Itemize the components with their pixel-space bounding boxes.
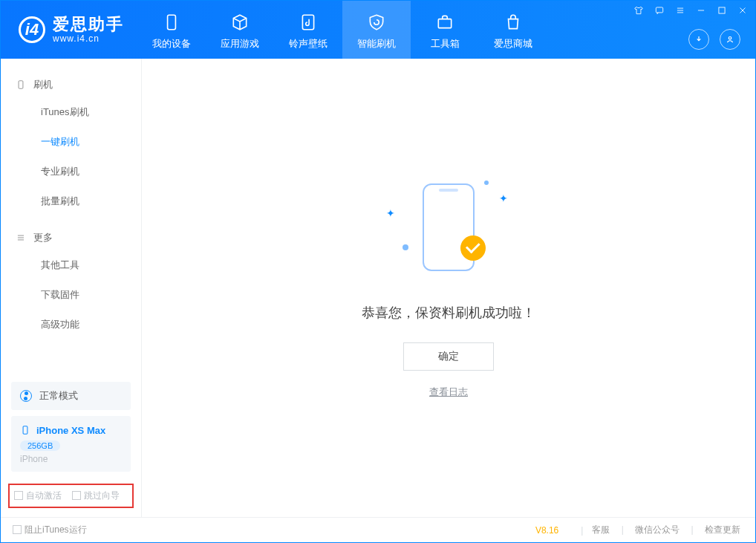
phone-small-icon bbox=[16, 79, 26, 90]
body: 刷机 iTunes刷机 一键刷机 专业刷机 批量刷机 更多 其他工具 下载固件 … bbox=[1, 59, 755, 517]
checkbox-skip-guide[interactable]: 跳过向导 bbox=[72, 490, 120, 502]
version-label: V8.16 bbox=[535, 525, 558, 536]
check-badge-icon bbox=[460, 235, 486, 261]
link-check-update[interactable]: 检查更新 bbox=[705, 524, 740, 535]
svg-rect-2 bbox=[438, 19, 451, 28]
logo: i4 爱思助手 www.i4.cn bbox=[1, 1, 137, 59]
sidebar-item-download-firmware[interactable]: 下载固件 bbox=[1, 280, 141, 310]
svg-rect-0 bbox=[168, 15, 176, 30]
link-customer-service[interactable]: 客服 bbox=[592, 524, 610, 535]
logo-icon: i4 bbox=[19, 16, 45, 43]
sparkle-icon: ✦ bbox=[499, 192, 508, 204]
tab-apps[interactable]: 应用游戏 bbox=[206, 1, 274, 59]
svg-rect-3 bbox=[656, 7, 662, 13]
dot-icon bbox=[484, 181, 489, 185]
list-icon bbox=[16, 233, 26, 243]
success-message: 恭喜您，保资料刷机成功啦！ bbox=[362, 304, 535, 322]
account-button[interactable] bbox=[720, 29, 740, 50]
main-content: ✦ ✦ 恭喜您，保资料刷机成功啦！ 确定 查看日志 bbox=[142, 59, 755, 517]
sidebar-item-batch-flash[interactable]: 批量刷机 bbox=[1, 186, 141, 216]
mode-icon bbox=[20, 390, 32, 402]
device-storage-badge: 256GB bbox=[20, 440, 60, 451]
tab-my-device[interactable]: 我的设备 bbox=[137, 1, 206, 59]
svg-rect-7 bbox=[23, 426, 27, 435]
device-name: iPhone XS Max bbox=[36, 425, 105, 436]
flash-options-row: 自动激活 跳过向导 bbox=[8, 484, 134, 508]
app-title: 爱思助手 bbox=[53, 16, 124, 33]
svg-rect-6 bbox=[19, 81, 23, 89]
maximize-icon[interactable] bbox=[717, 5, 727, 16]
cube-icon bbox=[230, 12, 250, 33]
svg-rect-1 bbox=[302, 15, 313, 30]
svg-point-5 bbox=[729, 37, 731, 40]
tab-smart-flash[interactable]: 智能刷机 bbox=[342, 1, 411, 59]
sidebar-item-onekey-flash[interactable]: 一键刷机 bbox=[1, 127, 141, 157]
checkbox-auto-activate[interactable]: 自动激活 bbox=[14, 490, 62, 502]
shirt-icon[interactable] bbox=[633, 5, 644, 16]
view-log-link[interactable]: 查看日志 bbox=[429, 386, 468, 399]
device-info-box[interactable]: iPhone XS Max 256GB iPhone bbox=[11, 416, 131, 472]
briefcase-icon bbox=[435, 12, 454, 33]
download-button[interactable] bbox=[688, 29, 709, 50]
device-small-icon bbox=[20, 423, 30, 437]
sidebar-item-other-tools[interactable]: 其他工具 bbox=[1, 250, 141, 280]
sidebar-item-advanced[interactable]: 高级功能 bbox=[1, 310, 141, 339]
titlebar-controls bbox=[633, 5, 748, 16]
app-subtitle: www.i4.cn bbox=[53, 34, 124, 44]
tab-ringtones[interactable]: 铃声壁纸 bbox=[274, 1, 342, 59]
tab-toolbox[interactable]: 工具箱 bbox=[411, 1, 479, 59]
sidebar-group-more: 更多 bbox=[1, 225, 141, 250]
sidebar-group-flash: 刷机 bbox=[1, 72, 141, 97]
sidebar-item-pro-flash[interactable]: 专业刷机 bbox=[1, 157, 141, 186]
top-tabs: 我的设备 应用游戏 铃声壁纸 智能刷机 工具箱 爱思商城 bbox=[137, 1, 547, 59]
app-window: i4 爱思助手 www.i4.cn 我的设备 应用游戏 铃声壁纸 智能刷机 bbox=[0, 0, 756, 543]
feedback-icon[interactable] bbox=[654, 5, 665, 16]
sparkle-icon: ✦ bbox=[386, 207, 395, 219]
menu-icon[interactable] bbox=[675, 5, 685, 16]
music-file-icon bbox=[299, 12, 318, 33]
tab-store[interactable]: 爱思商城 bbox=[479, 1, 547, 59]
ok-button[interactable]: 确定 bbox=[403, 342, 494, 371]
status-bar: 阻止iTunes运行 V8.16 | 客服 | 微信公众号 | 检查更新 bbox=[1, 517, 755, 542]
device-icon bbox=[162, 12, 181, 33]
device-mode-box[interactable]: 正常模式 bbox=[11, 382, 131, 410]
mode-label: 正常模式 bbox=[39, 389, 78, 403]
close-icon[interactable] bbox=[737, 5, 748, 16]
header: i4 爱思助手 www.i4.cn 我的设备 应用游戏 铃声壁纸 智能刷机 bbox=[1, 1, 755, 59]
sidebar: 刷机 iTunes刷机 一键刷机 专业刷机 批量刷机 更多 其他工具 下载固件 … bbox=[1, 59, 142, 517]
device-type: iPhone bbox=[20, 454, 122, 464]
svg-rect-4 bbox=[719, 7, 725, 13]
link-wechat[interactable]: 微信公众号 bbox=[635, 524, 680, 535]
checkbox-block-itunes[interactable]: 阻止iTunes运行 bbox=[13, 524, 87, 536]
sidebar-item-itunes-flash[interactable]: iTunes刷机 bbox=[1, 97, 141, 127]
dot-icon bbox=[403, 244, 408, 250]
shield-refresh-icon bbox=[367, 12, 386, 33]
bag-icon bbox=[504, 12, 523, 33]
header-right-buttons bbox=[688, 29, 740, 50]
minimize-icon[interactable] bbox=[696, 5, 706, 16]
success-illustration: ✦ ✦ bbox=[382, 178, 515, 282]
